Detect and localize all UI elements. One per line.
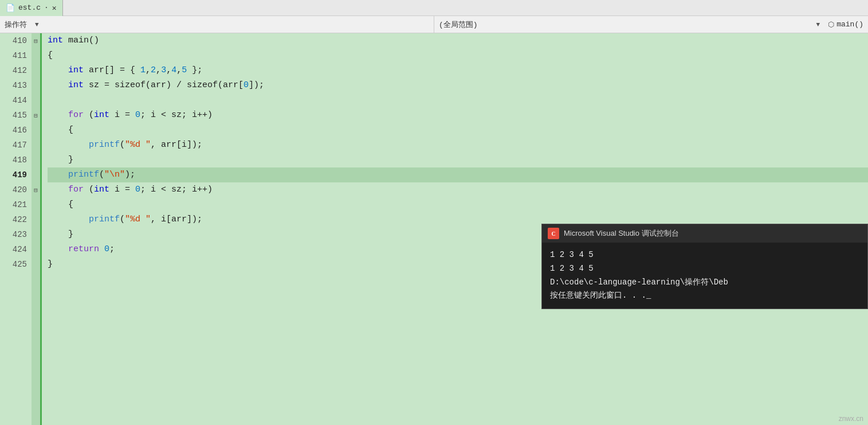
console-prompt: 按任意键关闭此窗口. . ._: [550, 289, 859, 303]
console-body: 1 2 3 4 5 1 2 3 4 5 D:\code\c-language-l…: [542, 243, 867, 309]
gutter-cell: [32, 257, 40, 272]
code-text: [48, 78, 68, 93]
code-text: [99, 242, 104, 257]
gutter-cell: [32, 138, 40, 153]
code-line-414: [48, 93, 868, 108]
gutter-cell: [32, 93, 40, 108]
code-text: i =: [109, 108, 135, 123]
code-line-418: }: [48, 153, 868, 167]
console-app-icon: C: [548, 228, 559, 239]
code-line-420: for (int i = 0; i < sz; i++): [48, 182, 868, 197]
func-printf: printf: [89, 212, 120, 227]
line-number: 415: [0, 108, 27, 123]
code-line-421: {: [48, 197, 868, 212]
line-number-current: 419: [0, 167, 27, 182]
tab-bar: 📄 est.c · ✕: [0, 0, 868, 16]
line-number: 425: [0, 257, 27, 272]
code-text: arr[] = {: [84, 63, 140, 78]
code-num: 5: [182, 63, 187, 78]
code-text: {: [48, 197, 73, 212]
code-text: }: [48, 227, 73, 242]
toolbar-dropdown-arrow[interactable]: ▼: [32, 21, 42, 28]
tab-separator: ·: [44, 3, 49, 12]
keyword-for: for: [68, 182, 84, 197]
keyword-int: int: [94, 182, 109, 197]
code-text: (: [84, 108, 94, 123]
code-num: 0: [135, 182, 140, 197]
code-text: [48, 63, 68, 78]
console-output-2: 1 2 3 4 5: [550, 262, 859, 276]
code-line-415: for (int i = 0; i < sz; i++): [48, 108, 868, 123]
line-number: 414: [0, 93, 27, 108]
line-number: 411: [0, 48, 27, 63]
func-label: main(): [836, 20, 863, 29]
code-num: 1: [140, 63, 146, 78]
line-number: 424: [0, 242, 27, 257]
keyword-for: for: [68, 108, 84, 123]
close-icon[interactable]: ✕: [52, 3, 57, 13]
code-line-413: int sz = sizeof(arr) / sizeof(arr[0]);: [48, 78, 868, 93]
code-text: [48, 93, 53, 108]
line-number: 420: [0, 182, 27, 197]
fold-marker[interactable]: ⊟: [32, 182, 40, 197]
line-number: 423: [0, 227, 27, 242]
line-number: 416: [0, 123, 27, 138]
console-title-bar: C Microsoft Visual Studio 调试控制台: [542, 224, 867, 243]
watermark: znwx.cn: [839, 415, 863, 423]
line-number: 413: [0, 78, 27, 93]
console-window: C Microsoft Visual Studio 调试控制台 1 2 3 4 …: [541, 224, 868, 309]
code-text: ,: [146, 63, 151, 78]
code-text: [63, 33, 68, 48]
line-number: 418: [0, 153, 27, 167]
line-number: 410: [0, 33, 27, 48]
code-text: main(): [68, 33, 99, 48]
string-literal: "%d ": [125, 138, 151, 153]
console-output-1: 1 2 3 4 5: [550, 248, 859, 262]
code-text: ; i < sz; i++): [140, 182, 213, 197]
code-text: ,: [176, 63, 182, 78]
code-text: (: [99, 167, 104, 182]
pin-icon: 📄: [6, 3, 15, 13]
toolbar-left: 操作符 ▼: [0, 16, 434, 33]
code-line-410: int main(): [48, 33, 868, 48]
code-num: 4: [171, 63, 176, 78]
code-text: );: [125, 167, 135, 182]
gutter-cell: [32, 242, 40, 257]
line-numbers: 410 411 412 413 414 415 416 417 418 419 …: [0, 33, 32, 425]
code-num: 0: [104, 242, 109, 257]
string-literal: "\n": [104, 167, 125, 182]
gutter-cell: [32, 197, 40, 212]
code-text: {: [48, 123, 73, 138]
code-line-417: printf("%d ", arr[i]);: [48, 138, 868, 153]
string-literal: "%d ": [125, 212, 151, 227]
code-text: (: [84, 182, 94, 197]
fold-marker[interactable]: ⊟: [32, 108, 40, 123]
code-text: [48, 212, 89, 227]
code-num: 0: [243, 78, 249, 93]
code-text: ; i < sz; i++): [140, 108, 213, 123]
toolbar-scope-arrow[interactable]: ▼: [813, 21, 824, 28]
code-text: [48, 138, 89, 153]
line-number: 412: [0, 63, 27, 78]
code-text: [48, 167, 68, 182]
toolbar-left-label: 操作符: [0, 20, 32, 30]
gutter-cell: [32, 48, 40, 63]
code-line-419: printf("\n");: [48, 167, 868, 182]
code-line-412: int arr[] = { 1,2,3,4,5 };: [48, 63, 868, 78]
console-icon-text: C: [551, 231, 555, 237]
code-text: ;: [109, 242, 115, 257]
code-text: }: [48, 153, 73, 167]
func-printf: printf: [68, 167, 99, 182]
func-printf: printf: [89, 138, 120, 153]
keyword-int: int: [68, 78, 84, 93]
toolbar: 操作符 ▼ (全局范围) ▼ ⬡ main(): [0, 16, 868, 33]
code-text: , i[arr]);: [151, 212, 202, 227]
code-text: ,: [156, 63, 161, 78]
code-num: 0: [135, 108, 140, 123]
gutter-cell: [32, 167, 40, 182]
line-number: 422: [0, 212, 27, 227]
fold-marker[interactable]: ⊟: [32, 33, 40, 48]
file-tab[interactable]: 📄 est.c · ✕: [0, 0, 63, 16]
code-text: };: [187, 63, 202, 78]
code-text: {: [48, 48, 53, 63]
